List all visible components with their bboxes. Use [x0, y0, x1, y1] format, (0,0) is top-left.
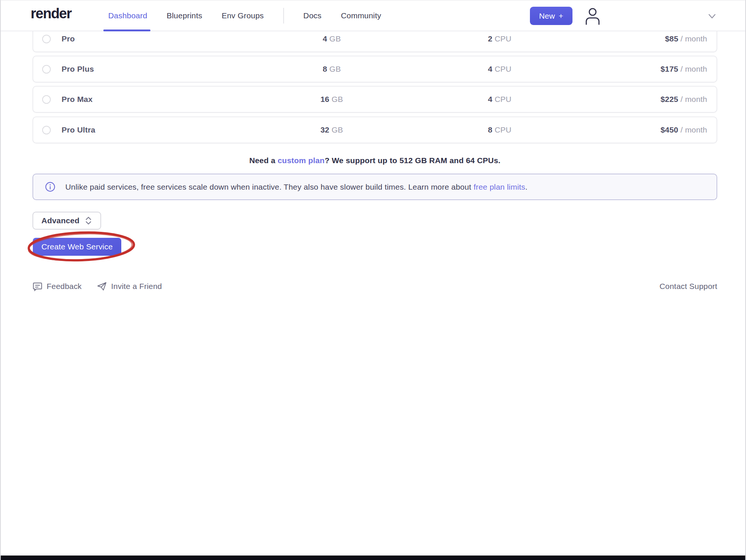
plan-radio[interactable]	[42, 95, 51, 104]
unfold-icon	[85, 216, 92, 225]
ram-value: 4	[323, 34, 327, 43]
ram-unit: GB	[332, 125, 343, 134]
info-text: Unlike paid services, free services scal…	[65, 183, 474, 191]
create-button-label: Create Web Service	[41, 242, 113, 251]
cpu-value: 4	[488, 95, 493, 103]
advanced-label: Advanced	[41, 216, 79, 225]
free-plan-limits-link[interactable]: free plan limits	[474, 183, 525, 191]
active-tab-underline	[103, 29, 150, 31]
nav-divider	[283, 8, 284, 24]
cpu-value: 8	[488, 125, 493, 134]
custom-plan-link[interactable]: custom plan	[278, 156, 325, 165]
new-button-label: New	[539, 12, 555, 21]
primary-nav: Dashboard Blueprints Env Groups Docs Com…	[108, 0, 381, 31]
plan-name: Pro Max	[62, 95, 93, 104]
cpu-unit: CPU	[494, 95, 511, 103]
cpu-unit: CPU	[494, 65, 511, 73]
render-dashboard-page: render Dashboard Blueprints Env Groups D…	[0, 0, 746, 560]
invite-friend-label: Invite a Friend	[111, 282, 162, 291]
ram-unit: GB	[330, 34, 341, 43]
ram-value: 16	[321, 95, 330, 103]
price-value: $450	[661, 125, 678, 134]
plan-cpu: 4 CPU	[461, 65, 539, 74]
plan-price: $450 / month	[661, 125, 707, 134]
plan-ram: 32 GB	[293, 125, 371, 134]
ram-unit: GB	[332, 95, 343, 103]
ram-unit: GB	[330, 65, 341, 73]
free-plan-info-banner: Unlike paid services, free services scal…	[32, 174, 717, 200]
paper-plane-icon	[97, 281, 107, 292]
feedback-icon	[32, 281, 43, 292]
ram-value: 8	[323, 65, 327, 73]
plan-row-pro-max[interactable]: Pro Max 16 GB 4 CPU $225 / month	[32, 86, 717, 113]
plan-ram: 8 GB	[293, 65, 371, 74]
info-icon	[45, 182, 55, 192]
contact-support-link[interactable]: Contact Support	[659, 282, 717, 291]
nav-item-community[interactable]: Community	[341, 11, 381, 20]
price-unit: / month	[681, 125, 707, 134]
plan-radio[interactable]	[42, 126, 51, 134]
contact-support-label: Contact Support	[659, 282, 717, 290]
new-button[interactable]: New +	[530, 7, 572, 25]
price-unit: / month	[681, 34, 707, 43]
nav-item-blueprints[interactable]: Blueprints	[167, 11, 202, 20]
workspace-chevron-down-icon[interactable]	[706, 12, 718, 21]
ram-value: 32	[321, 125, 330, 134]
plan-row-pro-plus[interactable]: Pro Plus 8 GB 4 CPU $175 / month	[32, 56, 717, 83]
feedback-label: Feedback	[47, 282, 82, 291]
cpu-unit: CPU	[494, 125, 511, 134]
plan-radio[interactable]	[42, 65, 51, 74]
plus-icon: +	[559, 12, 563, 21]
plan-row-pro-ultra[interactable]: Pro Ultra 32 GB 8 CPU $450 / month	[32, 116, 717, 143]
plan-name: Pro Ultra	[62, 125, 96, 134]
price-value: $175	[661, 65, 678, 73]
custom-plan-note: Need a custom plan? We support up to 512…	[32, 156, 717, 165]
plan-cpu: 8 CPU	[461, 125, 539, 134]
nav-item-env-groups[interactable]: Env Groups	[222, 11, 264, 20]
top-navigation-bar: render Dashboard Blueprints Env Groups D…	[1, 0, 745, 31]
plan-cpu: 2 CPU	[461, 34, 539, 43]
nav-item-docs[interactable]: Docs	[303, 11, 322, 20]
custom-plan-suffix: ? We support up to 512 GB RAM and 64 CPU…	[325, 156, 500, 165]
plan-ram: 4 GB	[293, 34, 371, 43]
plan-name: Pro Plus	[62, 65, 94, 74]
price-value: $225	[661, 95, 678, 103]
bottom-edge-bar	[1, 556, 745, 560]
create-web-service-button[interactable]: Create Web Service	[33, 238, 121, 256]
custom-plan-prefix: Need a	[249, 156, 278, 165]
page-footer: Feedback Invite a Friend Contact Support	[32, 280, 717, 292]
user-avatar-icon[interactable]	[585, 7, 600, 25]
plan-radio[interactable]	[42, 35, 51, 43]
footer-left-links: Feedback Invite a Friend	[32, 281, 162, 292]
cpu-value: 4	[488, 65, 493, 73]
price-unit: / month	[681, 65, 707, 73]
feedback-link[interactable]: Feedback	[32, 281, 82, 292]
plan-price: $175 / month	[661, 65, 707, 74]
cpu-unit: CPU	[494, 34, 511, 43]
render-logo[interactable]: render	[31, 6, 71, 22]
advanced-toggle[interactable]: Advanced	[32, 212, 101, 230]
plan-cpu: 4 CPU	[461, 95, 539, 104]
plan-name: Pro	[62, 34, 75, 43]
cpu-value: 2	[488, 34, 493, 43]
plan-price: $85 / month	[665, 34, 707, 43]
price-value: $85	[665, 34, 678, 43]
price-unit: / month	[681, 95, 707, 103]
plan-ram: 16 GB	[293, 95, 371, 104]
info-banner-text: Unlike paid services, free services scal…	[65, 183, 528, 192]
nav-item-dashboard[interactable]: Dashboard	[108, 11, 147, 20]
invite-friend-link[interactable]: Invite a Friend	[97, 281, 162, 292]
info-period: .	[525, 183, 528, 191]
plan-price: $225 / month	[661, 95, 707, 104]
